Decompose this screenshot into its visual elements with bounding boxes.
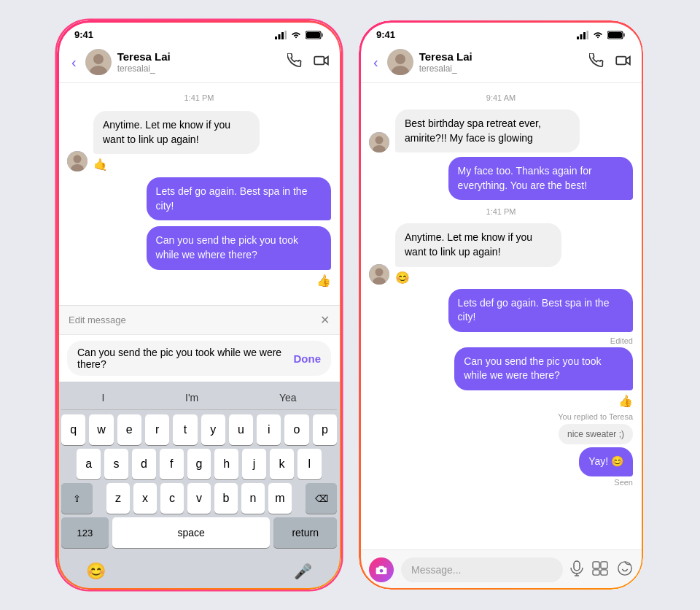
back-button-right[interactable]: ‹ xyxy=(370,51,381,74)
msg-avatar-right-2 xyxy=(369,264,389,285)
bubble-r-sent-3: Can you send the pic you took while we w… xyxy=(454,347,633,390)
battery-icon xyxy=(306,31,324,39)
status-bar-left: 9:41 xyxy=(57,20,341,45)
status-icons-left xyxy=(275,31,324,39)
message-row-sent-1: Lets def go again. Best spa in the city! xyxy=(67,177,331,220)
input-text: Can you send the pic you took while we w… xyxy=(77,347,294,370)
edit-label: Edit message xyxy=(69,314,126,325)
key-row-3: ⇧ z x c v b n m ⌫ xyxy=(61,483,337,514)
key-row-4: 123 space return xyxy=(61,517,337,548)
key-e[interactable]: e xyxy=(117,414,141,445)
key-suggestions: I I'm Yea xyxy=(61,387,337,410)
svg-point-31 xyxy=(380,569,384,573)
message-row-r-sent-2: Lets def go again. Best spa in the city! xyxy=(369,289,633,332)
key-y[interactable]: y xyxy=(201,414,225,445)
suggestion-1[interactable]: I'm xyxy=(185,392,198,404)
header-info-left: Teresa Lai teresalai_ xyxy=(117,50,281,74)
key-z[interactable]: z xyxy=(106,483,130,514)
svg-rect-2 xyxy=(281,32,284,39)
signal-icon xyxy=(275,31,287,39)
key-v[interactable]: v xyxy=(187,483,211,514)
key-l[interactable]: l xyxy=(298,449,322,479)
key-m[interactable]: m xyxy=(268,483,292,514)
key-x[interactable]: x xyxy=(133,483,157,514)
key-t[interactable]: t xyxy=(173,414,197,445)
key-n[interactable]: n xyxy=(241,483,265,514)
svg-rect-37 xyxy=(593,569,599,574)
key-j[interactable]: j xyxy=(242,449,266,479)
key-backspace[interactable]: ⌫ xyxy=(306,483,337,514)
phone-icon-left[interactable] xyxy=(287,53,302,72)
suggestion-2[interactable]: Yea xyxy=(279,392,297,404)
svg-rect-3 xyxy=(285,31,287,39)
done-button[interactable]: Done xyxy=(294,352,322,365)
close-edit-button[interactable]: ✕ xyxy=(320,313,330,327)
emoji-r-3: 👍 xyxy=(618,394,633,408)
svg-rect-36 xyxy=(601,561,607,568)
key-s[interactable]: s xyxy=(104,449,128,479)
phone-left: 9:41 xyxy=(57,20,341,590)
key-return[interactable]: return xyxy=(273,517,337,548)
key-d[interactable]: d xyxy=(132,449,156,479)
svg-point-8 xyxy=(93,54,104,64)
svg-rect-17 xyxy=(587,31,589,39)
key-p[interactable]: p xyxy=(313,414,337,445)
key-r[interactable]: r xyxy=(145,414,169,445)
key-u[interactable]: u xyxy=(229,414,253,445)
svg-rect-38 xyxy=(601,569,607,574)
avatar-right xyxy=(387,49,413,75)
suggestion-0[interactable]: I xyxy=(101,392,104,404)
bubble-r-sent-1: My face too. Thanks again for everything… xyxy=(448,157,633,200)
chat-area-right: 9:41 AM Best birthday spa retreat ever, … xyxy=(359,83,643,549)
time-right: 9:41 xyxy=(376,29,395,40)
bubble-sent-1: Lets def go again. Best spa in the city! xyxy=(147,177,331,220)
svg-point-12 xyxy=(74,155,82,163)
key-shift[interactable]: ⇧ xyxy=(61,483,93,514)
svg-rect-16 xyxy=(583,32,586,39)
key-w[interactable]: w xyxy=(89,414,113,445)
key-i[interactable]: i xyxy=(257,414,281,445)
bubble-r-sent-4: Yay! 😊 xyxy=(579,447,633,476)
input-area-right: Message... xyxy=(359,549,643,590)
phone-icon-right[interactable] xyxy=(589,53,604,72)
battery-icon-right xyxy=(607,31,626,39)
phone-right: 9:41 xyxy=(359,20,643,590)
bubble-r-sent-2: Lets def go again. Best spa in the city! xyxy=(448,289,633,332)
input-placeholder-right: Message... xyxy=(411,564,461,576)
key-q[interactable]: q xyxy=(61,414,85,445)
back-button-left[interactable]: ‹ xyxy=(69,51,79,74)
key-space[interactable]: space xyxy=(112,517,270,548)
chat-header-right: ‹ Teresa Lai teresalai_ xyxy=(359,45,643,83)
video-icon-left[interactable] xyxy=(314,55,330,70)
key-b[interactable]: b xyxy=(214,483,238,514)
message-row-r-received-1: Best birthday spa retreat ever, amirite?… xyxy=(369,109,633,152)
timestamp-left: 1:41 PM xyxy=(67,93,331,102)
key-h[interactable]: h xyxy=(214,449,238,479)
sticker-button-right[interactable] xyxy=(617,560,633,580)
message-input-right[interactable]: Message... xyxy=(401,557,563,582)
mic-button-right[interactable] xyxy=(570,560,583,580)
key-a[interactable]: a xyxy=(77,449,101,479)
svg-rect-10 xyxy=(314,56,324,64)
key-k[interactable]: k xyxy=(270,449,294,479)
text-input-box[interactable]: Can you send the pic you took while we w… xyxy=(67,341,331,376)
video-icon-right[interactable] xyxy=(615,55,631,70)
key-row-1: q w e r t y u i o p xyxy=(61,414,337,445)
key-c[interactable]: c xyxy=(160,483,184,514)
bubble-sent-2: Can you send the pick you took while we … xyxy=(147,226,331,269)
key-f[interactable]: f xyxy=(160,449,184,479)
emoji-1: 🤙 xyxy=(93,158,331,171)
svg-rect-1 xyxy=(279,34,281,39)
svg-rect-0 xyxy=(275,36,277,39)
emoji-key[interactable]: 😊 xyxy=(86,562,106,581)
camera-button-right[interactable] xyxy=(369,557,394,582)
key-123[interactable]: 123 xyxy=(61,517,109,548)
gallery-button-right[interactable] xyxy=(592,561,608,579)
key-o[interactable]: o xyxy=(284,414,308,445)
timestamp-right-2: 1:41 PM xyxy=(369,207,633,216)
edit-bar: Edit message ✕ xyxy=(57,305,341,334)
contact-handle-right: teresalai_ xyxy=(419,63,583,74)
key-g[interactable]: g xyxy=(187,449,211,479)
key-row-2: a s d f g h j k l xyxy=(61,449,337,479)
mic-key[interactable]: 🎤 xyxy=(294,563,312,580)
